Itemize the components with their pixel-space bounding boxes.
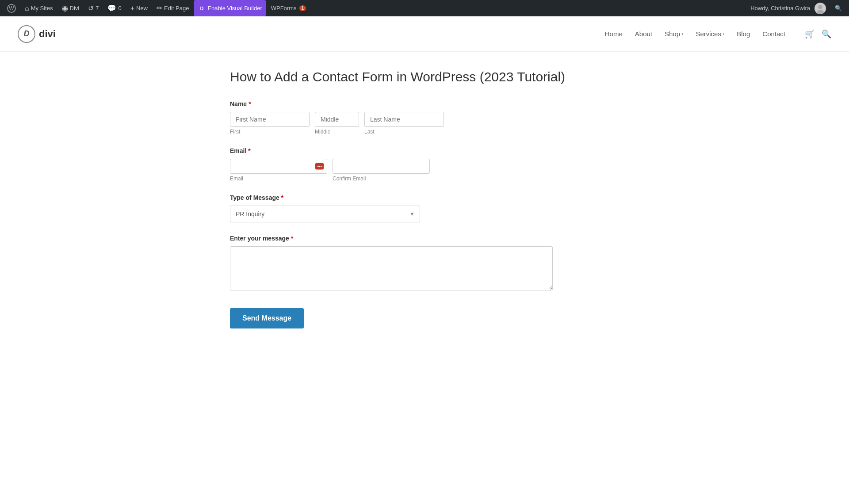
revisions-count: 7: [96, 5, 99, 11]
user-greeting: Howdy, Christina Gwira: [750, 5, 810, 11]
svg-point-2: [818, 5, 822, 9]
logo-circle: D: [18, 25, 35, 43]
email-field: Email * ••• Email Confirm Email: [230, 147, 619, 182]
email-row: ••• Email Confirm Email: [230, 159, 619, 182]
my-sites-label: My Sites: [31, 5, 53, 11]
admin-bar-wp-icon[interactable]: W: [4, 0, 19, 16]
last-name-input[interactable]: [364, 112, 444, 127]
type-field: Type of Message * PR Inquiry General Inq…: [230, 194, 619, 222]
logo-text: divi: [39, 28, 56, 40]
nav-icons: 🛒 🔍: [805, 29, 831, 39]
last-name-group: Last: [364, 112, 444, 135]
name-field-row: First Middle Last: [230, 112, 619, 135]
site-logo[interactable]: D divi: [18, 25, 56, 43]
message-field: Enter your message *: [230, 235, 619, 292]
type-select[interactable]: PR Inquiry General Inquiry Support Other: [230, 206, 420, 222]
nav-contact[interactable]: Contact: [762, 30, 785, 38]
name-field: Name * First Middle Last: [230, 100, 619, 135]
sites-icon: ⌂: [25, 4, 29, 12]
first-name-group: First: [230, 112, 310, 135]
email-label: Email *: [230, 147, 619, 154]
first-name-input[interactable]: [230, 112, 310, 127]
admin-bar-edit-page[interactable]: ✏ Edit Page: [153, 0, 192, 16]
name-label: Name *: [230, 100, 619, 107]
middle-sublabel: Middle: [315, 129, 359, 135]
name-required: *: [249, 100, 251, 107]
contact-form: Name * First Middle Last: [230, 100, 619, 328]
search-icon: 🔍: [835, 5, 842, 11]
nav-shop[interactable]: Shop ›: [665, 30, 683, 38]
main-content: How to Add a Contact Form in WordPress (…: [212, 69, 637, 328]
wpforms-label: WPForms: [271, 5, 297, 11]
first-sublabel: First: [230, 129, 310, 135]
new-icon: +: [130, 4, 134, 12]
message-textarea[interactable]: [230, 246, 553, 290]
nav-about[interactable]: About: [635, 30, 652, 38]
edit-page-label: Edit Page: [164, 5, 189, 11]
revisions-icon: ↺: [88, 4, 94, 12]
user-avatar: [815, 3, 826, 14]
chevron-down-icon: ›: [723, 31, 724, 36]
site-header: D divi Home About Shop › Services › Blog…: [0, 16, 849, 52]
confirm-email-group: Confirm Email: [333, 159, 430, 182]
email-input[interactable]: [230, 159, 327, 174]
middle-name-input[interactable]: [315, 112, 359, 127]
last-sublabel: Last: [364, 129, 444, 135]
page-title: How to Add a Contact Form in WordPress (…: [230, 69, 619, 84]
chevron-down-icon: ›: [682, 31, 683, 36]
admin-bar: W ⌂ My Sites ◉ Divi ↺ 7 💬 0 + New ✏ Edit…: [0, 0, 849, 16]
message-required: *: [291, 235, 293, 242]
email-sublabel: Email: [230, 176, 327, 182]
email-input-group: ••• Email: [230, 159, 327, 182]
autofill-icon: •••: [315, 163, 324, 170]
nav-shop-label: Shop: [665, 30, 680, 38]
logo-letter: D: [24, 29, 30, 38]
enable-vb-label: Enable Visual Builder: [207, 5, 262, 11]
svg-text:W: W: [9, 5, 14, 11]
nav-services[interactable]: Services ›: [696, 30, 724, 38]
comments-icon: 💬: [107, 4, 116, 12]
divi-vb-icon: D: [198, 4, 206, 12]
message-label: Enter your message *: [230, 235, 619, 242]
type-required: *: [281, 194, 283, 201]
type-label: Type of Message *: [230, 194, 619, 201]
divi-label: Divi: [70, 5, 80, 11]
nav-home[interactable]: Home: [605, 30, 623, 38]
admin-bar-new[interactable]: + New: [127, 0, 151, 16]
divi-icon: ◉: [62, 4, 68, 12]
search-nav-icon[interactable]: 🔍: [822, 29, 831, 39]
comments-count: 0: [118, 5, 121, 11]
email-required: *: [248, 147, 250, 154]
new-label: New: [136, 5, 148, 11]
confirm-email-input[interactable]: [333, 159, 430, 174]
nav-blog[interactable]: Blog: [737, 30, 750, 38]
confirm-email-sublabel: Confirm Email: [333, 176, 430, 182]
admin-bar-search[interactable]: 🔍: [831, 0, 845, 16]
edit-icon: ✏: [157, 4, 162, 12]
admin-bar-my-sites[interactable]: ⌂ My Sites: [21, 0, 57, 16]
admin-bar-revisions[interactable]: ↺ 7: [84, 0, 102, 16]
middle-name-group: Middle: [315, 112, 359, 135]
admin-bar-wpforms[interactable]: WPForms 1: [268, 0, 310, 16]
admin-bar-divi[interactable]: ◉ Divi: [58, 0, 83, 16]
wpforms-badge: 1: [299, 5, 306, 11]
admin-bar-enable-vb[interactable]: D Enable Visual Builder: [194, 0, 265, 16]
cart-icon[interactable]: 🛒: [805, 29, 815, 39]
site-nav: Home About Shop › Services › Blog Contac…: [605, 29, 831, 39]
email-input-wrap: •••: [230, 159, 327, 174]
admin-bar-comments[interactable]: 💬 0: [104, 0, 125, 16]
nav-services-label: Services: [696, 30, 721, 38]
svg-point-3: [817, 10, 824, 14]
type-select-wrap: PR Inquiry General Inquiry Support Other…: [230, 206, 420, 222]
submit-button[interactable]: Send Message: [230, 308, 304, 328]
admin-bar-howdy[interactable]: Howdy, Christina Gwira: [747, 0, 830, 16]
